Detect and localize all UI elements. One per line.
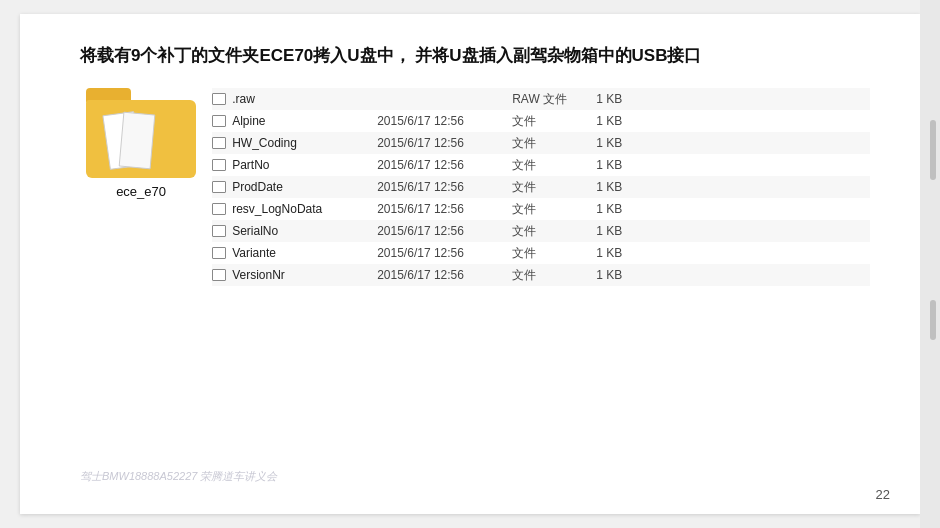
file-type: 文件 [512,112,572,130]
folder-label: ece_e70 [116,184,166,199]
sidebar-accent-2 [930,300,936,340]
file-size: 1 KB [572,266,622,284]
table-row: resv_LogNoData2015/6/17 12:56文件1 KB [212,198,870,220]
file-icon [212,269,226,281]
page-title: 将载有9个补丁的文件夹ECE70拷入U盘中， 并将U盘插入副驾杂物箱中的USB接… [80,44,870,68]
file-type: 文件 [512,200,572,218]
file-icon [212,203,226,215]
file-name: PartNo [232,156,377,174]
file-date: 2015/6/17 12:56 [377,134,512,152]
table-row: SerialNo2015/6/17 12:56文件1 KB [212,220,870,242]
folder-section: ece_e70 .rawRAW 文件1 KBAlpine2015/6/17 12… [80,88,870,286]
folder-paper-2 [119,112,156,170]
file-list: .rawRAW 文件1 KBAlpine2015/6/17 12:56文件1 K… [212,88,870,286]
page-number: 22 [876,487,890,502]
file-name: Alpine [232,112,377,130]
file-name: .raw [232,90,377,108]
file-name: SerialNo [232,222,377,240]
file-type: RAW 文件 [512,90,572,108]
file-type: 文件 [512,244,572,262]
right-sidebar [920,0,940,528]
bottom-watermark: 驾士BMW18888A52227 荣腾道车讲义会 [80,469,277,484]
table-row: Variante2015/6/17 12:56文件1 KB [212,242,870,264]
file-type: 文件 [512,178,572,196]
file-size: 1 KB [572,112,622,130]
file-icon [212,247,226,259]
file-date: 2015/6/17 12:56 [377,178,512,196]
file-icon [212,115,226,127]
file-size: 1 KB [572,244,622,262]
file-size: 1 KB [572,178,622,196]
file-type: 文件 [512,222,572,240]
table-row: Alpine2015/6/17 12:56文件1 KB [212,110,870,132]
file-date: 2015/6/17 12:56 [377,200,512,218]
main-page: 将载有9个补丁的文件夹ECE70拷入U盘中， 并将U盘插入副驾杂物箱中的USB接… [20,14,920,514]
file-name: Variante [232,244,377,262]
file-icon [212,225,226,237]
table-row: VersionNr2015/6/17 12:56文件1 KB [212,264,870,286]
file-size: 1 KB [572,222,622,240]
file-size: 1 KB [572,134,622,152]
file-date: 2015/6/17 12:56 [377,156,512,174]
file-size: 1 KB [572,90,622,108]
file-name: ProdDate [232,178,377,196]
file-icon [212,159,226,171]
folder-icon-container: ece_e70 [80,88,202,286]
table-row: .rawRAW 文件1 KB [212,88,870,110]
file-name: resv_LogNoData [232,200,377,218]
file-date: 2015/6/17 12:56 [377,222,512,240]
file-name: VersionNr [232,266,377,284]
file-name: HW_Coding [232,134,377,152]
table-row: HW_Coding2015/6/17 12:56文件1 KB [212,132,870,154]
table-row: ProdDate2015/6/17 12:56文件1 KB [212,176,870,198]
file-size: 1 KB [572,156,622,174]
folder-body [86,100,196,178]
file-icon [212,93,226,105]
table-row: PartNo2015/6/17 12:56文件1 KB [212,154,870,176]
sidebar-accent-1 [930,120,936,180]
file-date: 2015/6/17 12:56 [377,244,512,262]
folder-image [86,88,196,178]
file-icon [212,137,226,149]
file-type: 文件 [512,266,572,284]
file-date: 2015/6/17 12:56 [377,112,512,130]
file-type: 文件 [512,134,572,152]
file-size: 1 KB [572,200,622,218]
file-date: 2015/6/17 12:56 [377,266,512,284]
file-icon [212,181,226,193]
file-type: 文件 [512,156,572,174]
